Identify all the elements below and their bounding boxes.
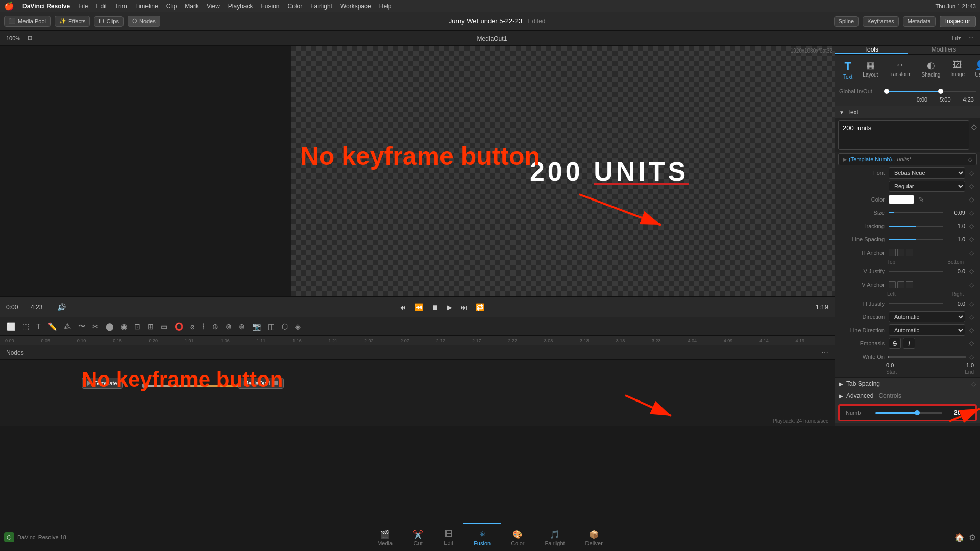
anchor-ml[interactable] [889, 281, 896, 288]
settings-btn[interactable]: ⚙ [969, 533, 976, 542]
stop-btn[interactable]: ⏹ [429, 302, 440, 312]
direction-diamond[interactable]: ◇ [969, 313, 974, 320]
menu-playback[interactable]: Playback [228, 3, 253, 10]
line-direction-diamond[interactable]: ◇ [969, 327, 974, 334]
v-anchor-diamond[interactable]: ◇ [969, 281, 974, 288]
select-tool[interactable]: ⬜ [4, 321, 18, 332]
v-justify-diamond[interactable]: ◇ [969, 268, 974, 275]
nav-tab-fusion[interactable]: ⚛ Fusion [463, 523, 501, 551]
menu-workspace[interactable]: Workspace [340, 3, 371, 10]
anchor-tl[interactable] [889, 249, 896, 256]
inspector-button[interactable]: Inspector [940, 16, 976, 27]
track-tool[interactable]: ⊗ [223, 321, 234, 332]
line-direction-select[interactable]: Automatic [889, 324, 965, 336]
italic-btn[interactable]: I [903, 338, 915, 349]
cut-tool[interactable]: ✂ [90, 321, 101, 332]
color-diamond[interactable]: ◇ [969, 196, 974, 203]
warp-tool[interactable]: ⊡ [132, 321, 143, 332]
nav-tab-edit[interactable]: 🎞 Edit [433, 523, 463, 551]
tab-spacing-header[interactable]: ▶ Tab Spacing ◇ [835, 377, 980, 390]
effects-button[interactable]: ✨ Effects [55, 16, 90, 27]
color-swatch[interactable] [889, 195, 914, 204]
nav-tab-deliver[interactable]: 📦 Deliver [575, 523, 613, 551]
ellipse-tool[interactable]: ⭕ [172, 321, 186, 332]
path-tool[interactable]: ⌀ [188, 321, 197, 332]
font-select[interactable]: Bebas Neue [889, 167, 965, 179]
icon-tab-image[interactable]: 🖼 Image [946, 58, 969, 82]
nav-tab-media[interactable]: 🎬 Media [367, 523, 403, 551]
write-on-slider[interactable] [888, 356, 966, 358]
mediaout-node[interactable]: MediaOut1 [238, 378, 284, 389]
tracking-diamond[interactable]: ◇ [969, 222, 974, 230]
sphere-tool[interactable]: ⬡ [279, 321, 290, 332]
template-node[interactable]: Template [82, 378, 123, 389]
direction-select[interactable]: Automatic [889, 311, 965, 322]
rect-tool[interactable]: ▭ [158, 321, 170, 332]
nodes-options-btn[interactable]: ⋯ [821, 348, 828, 357]
mask-tool[interactable]: ◫ [265, 321, 277, 332]
line-spacing-diamond[interactable]: ◇ [969, 236, 974, 243]
polygon-tool[interactable]: ⬚ [20, 321, 32, 332]
step-back-btn[interactable]: ⏪ [412, 302, 425, 312]
bezier-tool[interactable]: ⌇ [199, 321, 208, 332]
camera-tool[interactable]: 📷 [250, 321, 263, 332]
color-tool[interactable]: ⬤ [103, 321, 116, 332]
nav-tab-color[interactable]: 🎨 Color [501, 523, 534, 551]
anchor-mm[interactable] [897, 281, 904, 288]
paint-tool[interactable]: ✏️ [45, 321, 59, 332]
menu-color[interactable]: Color [288, 3, 303, 10]
spline-edit-tool[interactable]: 〜 [76, 320, 88, 333]
icon-tab-layout[interactable]: ▦ Layout [859, 58, 882, 82]
blur-tool[interactable]: ◉ [118, 321, 130, 332]
line-spacing-slider[interactable] [889, 239, 943, 240]
view-options-btn[interactable]: ⋯ [966, 34, 976, 42]
grid-tool[interactable]: ⊞ [145, 321, 156, 332]
go-start-btn[interactable]: ⏮ [397, 302, 408, 312]
node-edit-tool[interactable]: ⊕ [210, 321, 221, 332]
v-justify-slider[interactable] [889, 271, 943, 272]
font-diamond[interactable]: ◇ [969, 169, 974, 177]
strikethrough-btn[interactable]: S̶ [889, 338, 901, 349]
menu-timeline[interactable]: Timeline [135, 3, 158, 10]
anchor-mr[interactable] [906, 281, 913, 288]
tab-spacing-diamond[interactable]: ◇ [971, 380, 976, 387]
menu-fusion[interactable]: Fusion [261, 3, 280, 10]
template-settings-btn[interactable]: ◇ [968, 156, 972, 163]
text-tool[interactable]: T [34, 321, 43, 332]
motion-tool[interactable]: ⊛ [236, 321, 248, 332]
loop-btn[interactable]: 🔁 [474, 302, 486, 312]
advanced-header[interactable]: ▶ Advanced Controls [835, 390, 980, 402]
menu-fairlight[interactable]: Fairlight [310, 3, 332, 10]
metadata-button[interactable]: Metadata [903, 16, 936, 27]
fit-button[interactable]: Fit▾ [950, 34, 963, 42]
zoom-control[interactable]: 100% [4, 34, 22, 42]
tab-modifiers[interactable]: Modifiers [908, 46, 980, 54]
numb-slider[interactable] [875, 412, 942, 414]
h-anchor-diamond[interactable]: ◇ [969, 249, 974, 256]
particles-tool[interactable]: ⁂ [61, 321, 74, 332]
h-justify-slider[interactable] [889, 303, 943, 304]
icon-tab-shading[interactable]: ◐ Shading [918, 58, 945, 82]
size-slider[interactable] [889, 212, 943, 213]
menu-edit[interactable]: Edit [96, 3, 107, 10]
icon-tab-user[interactable]: 👤 User [971, 58, 980, 82]
stereo-tool[interactable]: ◈ [292, 321, 303, 332]
h-justify-diamond[interactable]: ◇ [969, 300, 974, 307]
icon-tab-transform[interactable]: ↔ Transform [884, 58, 915, 82]
text-reset-btn[interactable]: ◇ [971, 122, 977, 131]
keyframes-button[interactable]: Keyframes [863, 16, 899, 27]
menu-clip[interactable]: Clip [166, 3, 177, 10]
spline-button[interactable]: Spline [834, 16, 859, 27]
apple-menu[interactable]: 🍎 [4, 1, 14, 11]
view-mode-btn[interactable]: ⊞ [26, 34, 34, 42]
tab-tools[interactable]: Tools [835, 46, 908, 54]
clips-button[interactable]: 🎞 Clips [94, 16, 123, 27]
app-name-menu[interactable]: DaVinci Resolve [22, 3, 70, 10]
menu-mark[interactable]: Mark [185, 3, 199, 10]
size-diamond[interactable]: ◇ [969, 209, 974, 216]
tracking-slider[interactable] [889, 226, 943, 227]
anchor-tr[interactable] [906, 249, 913, 256]
home-btn[interactable]: 🏠 [954, 533, 965, 542]
text-section-header[interactable]: ▼ Text [835, 106, 980, 118]
global-inout-slider[interactable] [884, 91, 976, 92]
